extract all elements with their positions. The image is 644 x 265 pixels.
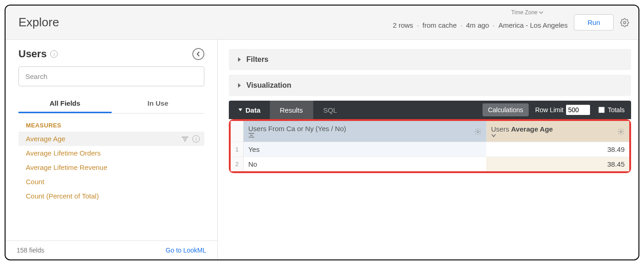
sort-descending-icon[interactable] <box>491 133 625 138</box>
field-tabs: All Fields In Use <box>18 95 204 114</box>
info-icon[interactable]: i <box>50 50 58 58</box>
results-tab[interactable]: Results <box>270 101 313 119</box>
sidebar-footer: 158 fields Go to LookML <box>6 241 217 259</box>
row-number-header <box>231 121 244 142</box>
column-gear-icon[interactable] <box>617 128 625 135</box>
dimension-column-header[interactable]: Users From Ca or Ny (Yes / No) <box>244 121 486 142</box>
measure-count-percent[interactable]: Count (Percent of Total) <box>18 189 204 203</box>
measure-column-header[interactable]: Users Average Age <box>486 121 629 142</box>
totals-group: Totals <box>598 106 625 114</box>
pivot-icon[interactable] <box>248 132 481 138</box>
go-to-lookml-link[interactable]: Go to LookML <box>166 247 206 254</box>
measure-count[interactable]: Count <box>18 175 204 189</box>
tab-all-fields[interactable]: All Fields <box>18 95 112 113</box>
table-row: 2 No 38.45 <box>231 157 629 172</box>
visualization-section[interactable]: Visualization <box>229 75 631 96</box>
filters-label: Filters <box>246 55 268 64</box>
filter-icon[interactable] <box>181 136 189 142</box>
data-tab[interactable]: Data <box>229 101 270 119</box>
measure-header-prefix: Users <box>491 125 511 133</box>
row-number: 1 <box>231 142 244 157</box>
visualization-label: Visualization <box>246 81 292 90</box>
measure-cell[interactable]: 38.45 <box>486 157 629 172</box>
dimension-cell[interactable]: Yes <box>244 142 486 157</box>
dimension-cell[interactable]: No <box>244 157 486 172</box>
measure-label: Average Lifetime Orders <box>26 149 101 157</box>
caret-down-icon <box>238 108 243 112</box>
info-icon[interactable]: i <box>192 135 200 143</box>
main-area: Filters Visualization Data Results SQL C… <box>218 40 638 259</box>
table-row: 1 Yes 38.49 <box>231 142 629 157</box>
measures-section-label: MEASURES <box>26 122 204 129</box>
svg-point-8 <box>620 131 622 132</box>
data-tab-label: Data <box>245 106 261 114</box>
run-button[interactable]: Run <box>574 14 614 30</box>
dimension-header-text: Users From Ca or Ny (Yes / No) <box>248 125 346 132</box>
row-limit-group: Row Limit <box>535 105 590 115</box>
totals-label: Totals <box>608 106 625 114</box>
row-limit-label: Row Limit <box>535 106 563 114</box>
results-table: Users From Ca or Ny (Yes / No) Users Ave… <box>231 121 629 171</box>
filters-section[interactable]: Filters <box>229 49 631 70</box>
caret-right-icon <box>237 83 242 88</box>
svg-point-0 <box>624 21 626 24</box>
status-rows: 2 rows <box>393 21 413 29</box>
timezone-label-text: Time Zone <box>511 9 537 16</box>
measure-label: Count <box>26 178 44 186</box>
calculations-button[interactable]: Calculations <box>483 103 529 116</box>
measure-average-lifetime-orders[interactable]: Average Lifetime Orders <box>18 146 204 160</box>
measure-label: Count (Percent of Total) <box>26 192 99 200</box>
search-input[interactable] <box>18 66 204 86</box>
settings-gear-icon[interactable] <box>620 18 629 27</box>
row-number: 2 <box>231 157 244 172</box>
timezone-dropdown[interactable]: Time Zone <box>511 9 543 16</box>
measure-average-lifetime-revenue[interactable]: Average Lifetime Revenue <box>18 160 204 175</box>
app-frame: Explore Time Zone 2 rows · from cache · … <box>5 5 639 260</box>
field-picker-sidebar: Users i All Fields In Use MEASURES Avera… <box>6 40 218 259</box>
data-section-bar: Data Results SQL Calculations Row Limit … <box>229 101 631 119</box>
tab-in-use[interactable]: In Use <box>112 95 205 113</box>
measure-cell[interactable]: 38.49 <box>486 142 629 157</box>
column-gear-icon[interactable] <box>474 128 482 135</box>
chevron-down-icon <box>539 10 543 15</box>
caret-right-icon <box>237 57 242 62</box>
status-timezone: America - Los Angeles <box>498 21 567 29</box>
fields-count: 158 fields <box>17 247 44 254</box>
measure-label: Average Age <box>26 135 66 143</box>
measure-label: Average Lifetime Revenue <box>26 163 107 171</box>
measure-header-bold: Average Age <box>511 125 553 133</box>
sql-tab[interactable]: SQL <box>313 101 347 119</box>
query-status: 2 rows · from cache · 4m ago · America -… <box>393 21 567 29</box>
status-cache: from cache <box>423 21 457 29</box>
totals-checkbox[interactable] <box>598 107 605 113</box>
row-limit-input[interactable] <box>566 105 590 115</box>
page-title: Explore <box>18 15 59 30</box>
svg-point-7 <box>477 131 479 132</box>
status-ago: 4m ago <box>466 21 489 29</box>
explore-name: Users <box>18 48 47 60</box>
results-highlight-box: Users From Ca or Ny (Yes / No) Users Ave… <box>229 119 631 173</box>
collapse-sidebar-button[interactable] <box>192 48 204 60</box>
topbar: Explore Time Zone 2 rows · from cache · … <box>6 6 638 40</box>
measure-average-age[interactable]: Average Age i <box>18 132 204 146</box>
